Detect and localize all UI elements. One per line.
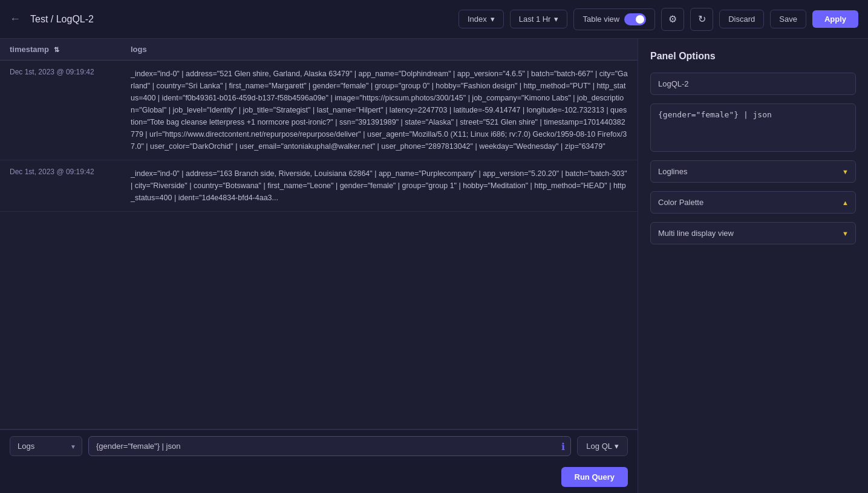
apply-button[interactable]: Apply: [812, 10, 858, 28]
table-row: Dec 1st, 2023 @ 09:19:42 _index="ind-0" …: [0, 60, 638, 160]
color-palette-select[interactable]: Color PaletteDefaultClassic: [650, 191, 856, 214]
panel-query-textarea[interactable]: {gender="female"} | json: [650, 103, 856, 152]
panel-name-input[interactable]: [650, 73, 856, 95]
time-range-label: Last 1 Hr: [519, 15, 551, 24]
right-panel: Panel Options {gender="female"} | json L…: [638, 39, 868, 493]
visualization-select[interactable]: LoglinesTime SeriesBar ChartGauge: [650, 160, 856, 183]
time-range-button[interactable]: Last 1 Hr ▾: [510, 10, 568, 28]
main-layout: timestamp ⇅ logs Dec 1st, 2023 @ 09:19:4…: [0, 39, 868, 493]
sort-icon[interactable]: ⇅: [54, 46, 59, 53]
table-view-label: Table view: [582, 15, 619, 24]
back-button[interactable]: ←: [10, 13, 21, 25]
query-input-wrapper: ℹ: [88, 436, 571, 456]
run-query-bar: Run Query: [0, 462, 638, 493]
col-logs: logs: [121, 39, 638, 60]
cell-logs: _index="ind-0" | address="521 Glen shire…: [121, 60, 638, 160]
time-chevron-icon: ▾: [554, 15, 558, 24]
table-row: Dec 1st, 2023 @ 09:19:42 _index="ind-0" …: [0, 160, 638, 212]
query-bar: Logs ℹ Log QL ▾: [0, 429, 638, 462]
display-view-select-wrapper: Multi line display viewSingle line displ…: [650, 222, 856, 244]
visualization-select-wrapper: LoglinesTime SeriesBar ChartGauge ▼: [650, 160, 856, 183]
refresh-button[interactable]: ↻: [690, 8, 713, 31]
index-label: Index: [468, 15, 487, 24]
left-panel: timestamp ⇅ logs Dec 1st, 2023 @ 09:19:4…: [0, 39, 638, 493]
cell-timestamp: Dec 1st, 2023 @ 09:19:42: [0, 160, 121, 212]
table-view-toggle[interactable]: [624, 13, 646, 25]
color-palette-select-wrapper: Color PaletteDefaultClassic ▲: [650, 191, 856, 214]
datasource-select[interactable]: Logs: [10, 436, 82, 456]
col-timestamp: timestamp ⇅: [0, 39, 121, 60]
log-ql-button[interactable]: Log QL ▾: [577, 436, 628, 456]
log-ql-label: Log QL: [586, 442, 612, 451]
data-table: timestamp ⇅ logs Dec 1st, 2023 @ 09:19:4…: [0, 39, 638, 429]
cell-timestamp: Dec 1st, 2023 @ 09:19:42: [0, 60, 121, 160]
settings-icon: ⚙: [668, 13, 677, 25]
header: ← Test / LogQL-2 Index ▾ Last 1 Hr ▾ Tab…: [0, 0, 868, 39]
refresh-icon: ↻: [698, 13, 706, 25]
info-icon[interactable]: ℹ: [561, 440, 565, 452]
datasource-select-wrapper: Logs: [10, 436, 82, 456]
table-header-row: timestamp ⇅ logs: [0, 39, 638, 60]
discard-button[interactable]: Discard: [719, 10, 764, 28]
display-view-select[interactable]: Multi line display viewSingle line displ…: [650, 222, 856, 244]
cell-logs: _index="ind-0" | address="163 Branch sid…: [121, 160, 638, 212]
table-view-toggle-wrapper: Table view: [573, 8, 655, 30]
index-chevron-icon: ▾: [491, 15, 495, 24]
run-query-button[interactable]: Run Query: [561, 467, 628, 487]
save-button[interactable]: Save: [770, 10, 806, 28]
index-button[interactable]: Index ▾: [458, 10, 504, 28]
log-ql-chevron-icon: ▾: [615, 442, 619, 451]
settings-button[interactable]: ⚙: [661, 8, 684, 31]
page-title: Test / LogQL-2: [30, 14, 94, 25]
query-input[interactable]: [88, 436, 571, 456]
header-controls: Index ▾ Last 1 Hr ▾ Table view ⚙ ↻ Disca…: [458, 8, 858, 31]
panel-options-title: Panel Options: [650, 51, 856, 62]
